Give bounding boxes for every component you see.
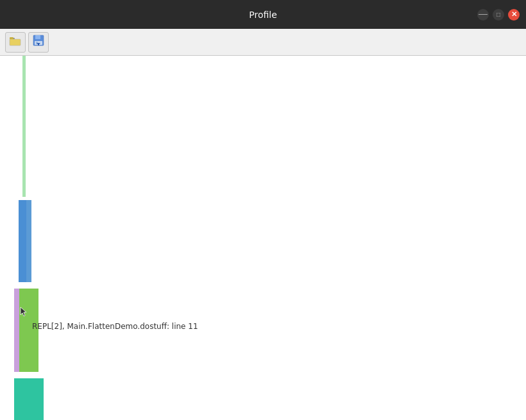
save-file-button[interactable]	[28, 32, 49, 53]
open-file-button[interactable]	[5, 32, 26, 53]
tooltip-text: REPL[2], Main.FlattenDemo.dostuff: line …	[32, 322, 198, 331]
maximize-button[interactable]: □	[493, 9, 504, 21]
save-icon	[32, 35, 45, 49]
profile-bar-blue[interactable]	[19, 200, 26, 282]
svg-rect-2	[10, 37, 13, 39]
svg-rect-4	[35, 35, 40, 39]
close-button[interactable]: ✕	[508, 9, 520, 21]
toolbar	[0, 29, 526, 56]
open-icon	[9, 35, 22, 49]
tooltip: REPL[2], Main.FlattenDemo.dostuff: line …	[32, 322, 198, 331]
profile-bar-purple[interactable]	[14, 289, 19, 372]
chart-area[interactable]: REPL[2], Main.FlattenDemo.dostuff: line …	[0, 56, 526, 420]
window-title: Profile	[249, 10, 277, 20]
titlebar: Profile — □ ✕	[0, 0, 526, 29]
profile-bar-teal-bottom[interactable]	[14, 378, 44, 420]
svg-rect-8	[38, 43, 39, 46]
profile-bar-cornflower[interactable]	[26, 200, 31, 282]
main-content: REPL[2], Main.FlattenDemo.dostuff: line …	[0, 56, 526, 420]
svg-rect-1	[10, 39, 21, 46]
profile-bar-light-green[interactable]	[19, 289, 38, 372]
profile-bar-thin-green[interactable]	[22, 56, 26, 197]
minimize-button[interactable]: —	[477, 9, 489, 21]
window-controls: — □ ✕	[477, 9, 520, 21]
cursor	[19, 306, 28, 320]
svg-marker-9	[21, 307, 26, 316]
